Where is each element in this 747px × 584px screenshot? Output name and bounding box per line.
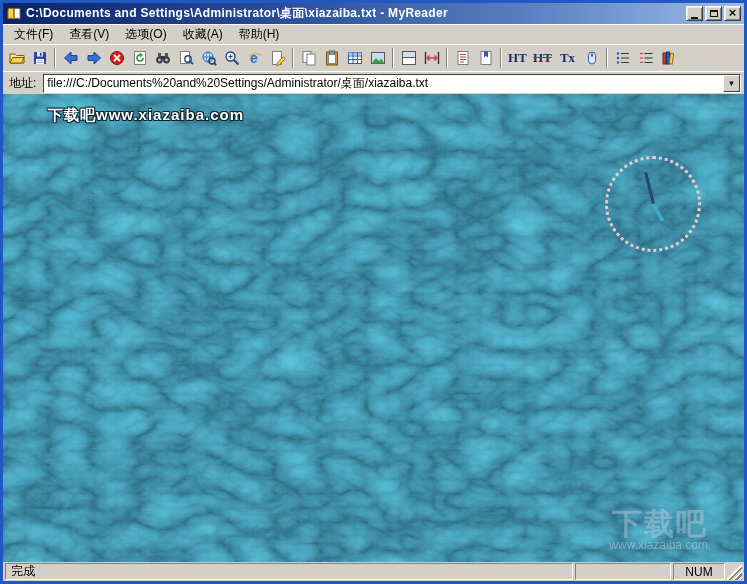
refresh-button[interactable] [128,47,151,69]
find-in-page-icon [178,50,194,66]
address-label: 地址: [6,75,39,92]
find-button[interactable] [151,47,174,69]
numbered-list-button[interactable] [634,47,657,69]
paste-page-button[interactable] [320,47,343,69]
open-folder-icon [9,50,25,66]
browser-button[interactable]: e [243,47,266,69]
open-button[interactable] [5,47,28,69]
menu-file[interactable]: 文件(F) [6,24,61,45]
ht-mode-button[interactable]: HT [505,47,530,69]
refresh-icon [132,50,148,66]
autoscroll-button[interactable] [580,47,603,69]
forward-arrow-icon [86,50,102,66]
document-text: 下载吧www.xiazaiba.com [48,106,244,125]
books-icon [661,50,677,66]
bookmark-page-button[interactable] [474,47,497,69]
window-title: C:\Documents and Settings\Administrator\… [26,5,682,22]
toolbar-separator [606,48,608,68]
back-arrow-icon [63,50,79,66]
maximize-button[interactable] [705,6,722,21]
document-viewport: 下载吧www.xiazaiba.com 下载吧 www.xiazaiba.com [3,94,744,562]
statusbar: 完成 NUM [3,562,744,581]
browser-e-icon: e [247,50,263,66]
toolbar-separator [446,48,448,68]
address-input[interactable] [44,75,723,92]
menubar: 文件(F) 查看(V) 选项(O) 收藏(A) 帮助(H) [3,24,744,44]
titlebar: C:\Documents and Settings\Administrator\… [3,3,744,24]
toolbar-separator [292,48,294,68]
app-icon [6,6,22,22]
num-lock-indicator: NUM [673,563,725,580]
save-button[interactable] [28,47,51,69]
mouse-icon [584,50,600,66]
toolbar-separator [500,48,502,68]
close-button[interactable]: × [724,6,741,21]
fit-width-icon [424,50,440,66]
maximize-icon [710,10,718,17]
library-button[interactable] [657,47,680,69]
ht-off-mode-button[interactable]: HT [530,47,555,69]
copy-pages-icon [301,50,317,66]
close-icon: × [729,6,737,19]
resize-grip[interactable] [727,563,742,580]
bullet-list-icon [615,50,631,66]
addressbar: 地址: ▼ [3,71,744,94]
status-pane-blank [575,563,671,580]
table-button[interactable] [343,47,366,69]
clock-hour-hand [651,203,664,222]
notes-page-icon [455,50,471,66]
bookmark-page-icon [478,50,494,66]
toolbar: e HT HT Tx [3,44,744,71]
magnifier-plus-icon [224,50,240,66]
image-icon [370,50,386,66]
clipboard-icon [324,50,340,66]
notes-page-button[interactable] [451,47,474,69]
text-mode-button[interactable]: Tx [555,47,580,69]
minimize-button[interactable] [686,6,703,21]
myreader-window: C:\Documents and Settings\Administrator\… [0,0,747,584]
toolbar-separator [54,48,56,68]
address-dropdown-button[interactable]: ▼ [723,75,740,92]
watermark: 下载吧 www.xiazaiba.com [609,508,708,552]
split-view-icon [401,50,417,66]
numbered-list-icon [638,50,654,66]
stop-icon [109,50,125,66]
stop-button[interactable] [105,47,128,69]
minimize-icon [691,17,698,19]
watermark-url: www.xiazaiba.com [609,539,708,552]
svg-text:e: e [250,50,258,66]
menu-help[interactable]: 帮助(H) [231,24,288,45]
clock-minute-hand [644,172,655,205]
menu-view[interactable]: 查看(V) [61,24,117,45]
status-message: 完成 [5,563,573,580]
find-in-files-button[interactable] [174,47,197,69]
table-grid-icon [347,50,363,66]
binoculars-icon [155,50,171,66]
outline-list-button[interactable] [611,47,634,69]
search-web-button[interactable] [197,47,220,69]
page-pencil-icon [270,50,286,66]
zoom-in-button[interactable] [220,47,243,69]
chevron-down-icon: ▼ [728,79,736,88]
split-view-button[interactable] [397,47,420,69]
back-button[interactable] [59,47,82,69]
clock-widget [605,156,701,252]
copy-page-button[interactable] [297,47,320,69]
globe-search-icon [201,50,217,66]
forward-button[interactable] [82,47,105,69]
save-floppy-icon [32,50,48,66]
menu-options[interactable]: 选项(O) [117,24,174,45]
toolbar-separator [392,48,394,68]
menu-favorites[interactable]: 收藏(A) [175,24,231,45]
edit-page-button[interactable] [266,47,289,69]
watermark-title: 下载吧 [609,508,708,540]
image-button[interactable] [366,47,389,69]
fit-width-button[interactable] [420,47,443,69]
